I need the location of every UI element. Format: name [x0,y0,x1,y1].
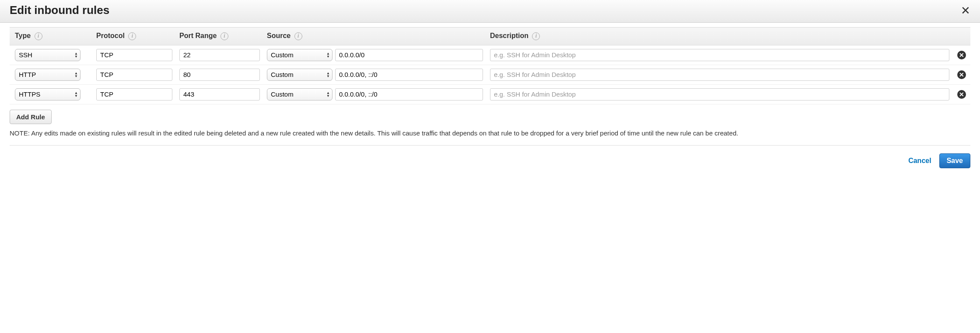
header-type-label: Type [15,32,31,39]
info-icon[interactable]: i [220,32,228,40]
remove-rule-icon[interactable]: ✕ [957,51,966,59]
source-cell: ▲▼ [267,49,483,61]
edit-inbound-rules-dialog: Edit inbound rules ✕ Type i Protocol i [0,0,980,176]
table-row: ▲▼ ▲▼ ✕ [10,84,970,104]
dialog-content: Type i Protocol i Port Range i Source i [0,23,980,146]
protocol-input[interactable] [96,49,172,61]
source-cell: ▲▼ [267,88,483,101]
remove-rule-icon[interactable]: ✕ [957,90,966,99]
protocol-input[interactable] [96,69,172,81]
type-select-wrap: ▲▼ [15,88,80,101]
description-input[interactable] [490,49,949,61]
type-select[interactable] [15,88,80,101]
port-range-input[interactable] [179,49,260,61]
info-icon[interactable]: i [35,32,42,40]
dialog-footer: Cancel Save [0,146,980,176]
cancel-button[interactable]: Cancel [908,157,931,165]
info-icon[interactable]: i [128,32,136,40]
header-type: Type i [10,28,93,45]
info-icon[interactable]: i [532,32,540,40]
header-remove [953,28,970,45]
info-icon[interactable]: i [294,32,302,40]
rules-table: Type i Protocol i Port Range i Source i [10,27,970,104]
dialog-header: Edit inbound rules ✕ [0,0,980,23]
description-input[interactable] [490,69,949,81]
header-port-range: Port Range i [176,28,263,45]
source-value-input[interactable] [335,49,483,61]
add-rule-button[interactable]: Add Rule [10,110,52,124]
protocol-input[interactable] [96,88,172,101]
source-mode-select[interactable] [267,88,332,101]
header-protocol-label: Protocol [96,32,125,39]
dialog-title: Edit inbound rules [10,3,109,17]
port-range-input[interactable] [179,88,260,101]
table-header-row: Type i Protocol i Port Range i Source i [10,28,970,45]
port-range-input[interactable] [179,69,260,81]
description-input[interactable] [490,88,949,101]
source-cell: ▲▼ [267,69,483,81]
header-protocol: Protocol i [93,28,176,45]
source-value-input[interactable] [335,69,483,81]
type-select-wrap: ▲▼ [15,69,80,81]
source-mode-select-wrap: ▲▼ [267,49,332,61]
save-button[interactable]: Save [939,153,970,168]
header-description-label: Description [490,32,528,39]
header-source-label: Source [267,32,290,39]
source-mode-select-wrap: ▲▼ [267,88,332,101]
note-text: NOTE: Any edits made on existing rules w… [10,128,970,146]
header-source: Source i [263,28,486,45]
type-select[interactable] [15,69,80,81]
source-mode-select[interactable] [267,49,332,61]
header-port-range-label: Port Range [179,32,217,39]
type-select-wrap: ▲▼ [15,49,80,61]
remove-rule-icon[interactable]: ✕ [957,70,966,79]
close-icon[interactable]: ✕ [961,5,970,16]
table-row: ▲▼ ▲▼ ✕ [10,65,970,84]
table-row: ▲▼ ▲▼ ✕ [10,45,970,65]
header-description: Description i [486,28,953,45]
source-mode-select[interactable] [267,69,332,81]
source-value-input[interactable] [335,88,483,101]
type-select[interactable] [15,49,80,61]
source-mode-select-wrap: ▲▼ [267,69,332,81]
